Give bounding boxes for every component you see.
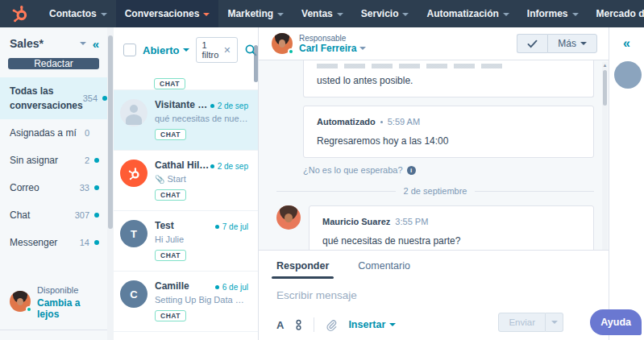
message-author: Automatizado (317, 117, 376, 126)
chevron-down-icon (101, 13, 107, 16)
scroll-up-icon[interactable]: ▲ (602, 63, 608, 68)
owner-avatar (272, 33, 293, 54)
info-icon[interactable]: i (407, 166, 416, 175)
conversation-list-scrollbar-thumb[interactable] (254, 45, 258, 82)
scrollbar-thumb[interactable] (108, 35, 113, 229)
chevron-down-icon (277, 13, 284, 16)
available-status-dot (26, 306, 32, 313)
thread-scrollbar[interactable]: ▲ (602, 62, 608, 250)
more-actions-button[interactable]: Más (547, 34, 597, 53)
channel-tag: CHAT (154, 78, 185, 89)
inbox-sidebar: Sales* « Redactar Todas las conversacion… (0, 27, 107, 340)
conversation-item-partial-top[interactable]: CHAT (114, 71, 258, 90)
unread-dot (94, 240, 99, 245)
date-divider: 2 de septiembre (276, 186, 594, 196)
send-options-caret[interactable] (546, 313, 563, 332)
unread-dot (94, 158, 99, 163)
mark-closed-button[interactable] (517, 34, 547, 53)
chevron-down-icon (402, 13, 409, 16)
channel-tag: CHAT (155, 310, 186, 321)
chevron-down-icon (359, 47, 366, 50)
channel-tag: CHAT (155, 129, 186, 140)
thread-header: Responsable Carl Ferreira Más (259, 27, 609, 60)
visitor-message-card: Mauricio Suarez 3:55 PM qué necesitas de… (309, 205, 594, 250)
view-sin-asignar[interactable]: Sin asignar 2 (0, 147, 107, 174)
contact-avatar-placeholder (614, 61, 642, 89)
user-avatar (10, 291, 31, 312)
hubspot-sprocket-icon (11, 5, 29, 23)
feedback-prompt: ¿No es lo que esperaba? i (303, 165, 594, 175)
view-messenger[interactable]: Messenger 14 (0, 229, 107, 256)
hubspot-bot-avatar (120, 160, 147, 187)
remove-filter-icon[interactable]: ✕ (223, 45, 231, 56)
user-status-section: Disponible Cambia a lejos (0, 276, 107, 330)
view-correo[interactable]: Correo 33 (0, 174, 107, 201)
nav-contactos[interactable]: Contactos (40, 0, 116, 27)
chevron-down-icon (572, 13, 579, 16)
nav-informes[interactable]: Informes (518, 0, 588, 27)
tab-comentario[interactable]: Comentario (358, 260, 410, 279)
nav-ventas[interactable]: Ventas (293, 0, 352, 27)
inbox-settings-row: Configuración de la (0, 330, 107, 340)
help-button[interactable]: Ayuda (590, 309, 642, 335)
thread-actions: Más (517, 34, 597, 53)
inbox-switcher-caret-icon[interactable] (80, 42, 86, 45)
view-asignadas-a-mi[interactable]: Asignadas a mí 0 (0, 119, 107, 147)
tab-responder[interactable]: Responder (276, 260, 329, 279)
chevron-down-icon (203, 13, 210, 16)
unknown-visitor-avatar (120, 99, 147, 126)
conversation-item[interactable]: Cathal Hilliard 2 de sep 📎Start CHAT (114, 151, 258, 211)
composer-toolbar: A Insertar (276, 317, 396, 332)
insert-dropdown[interactable]: Insertar (348, 319, 396, 330)
message-card-partial: usted lo antes posible. (303, 60, 594, 97)
message-input[interactable]: Escribir mensaje (259, 279, 609, 312)
select-all-checkbox[interactable] (123, 44, 136, 56)
view-chat[interactable]: Chat 307 (0, 201, 107, 229)
message-time: 5:59 AM (388, 117, 420, 126)
scrollbar-thumb[interactable] (603, 70, 607, 106)
nav-conversaciones[interactable]: Conversaciones (116, 0, 219, 27)
contact-initial-avatar: C (120, 280, 147, 308)
clipped-text-line (317, 64, 506, 68)
available-status-dot (288, 48, 294, 55)
composer-tabs: Responder Comentario (259, 251, 609, 279)
attach-file-icon[interactable] (326, 319, 337, 331)
unread-dot (94, 213, 99, 218)
filter-chip[interactable]: 1 filtro✕ (196, 37, 238, 63)
inbox-name[interactable]: Sales* (10, 37, 44, 50)
send-button-group: Enviar (498, 313, 563, 332)
check-icon (527, 39, 538, 48)
collapse-sidebar-icon[interactable]: « (93, 38, 99, 50)
view-todas-las-conversaciones[interactable]: Todas las conversaciones 354 (0, 77, 107, 119)
send-button[interactable]: Enviar (498, 313, 546, 332)
toolbar-divider (314, 317, 314, 332)
compose-button[interactable]: Redactar (8, 58, 99, 69)
nav-servicio[interactable]: Servicio (352, 0, 418, 27)
change-availability-link[interactable]: Cambia a lejos (37, 297, 98, 320)
conversation-item[interactable]: Visitante descon... 6 de jul (114, 332, 258, 340)
chevron-down-icon (337, 13, 343, 16)
owner-select[interactable]: Carl Ferreira (299, 43, 366, 54)
unread-dot (215, 285, 219, 289)
nav-marketing[interactable]: Marketing (218, 0, 293, 27)
contact-initial-avatar: T (120, 220, 147, 247)
text-format-icon[interactable]: A (276, 319, 284, 331)
top-nav: Contactos Conversaciones Marketing Venta… (0, 0, 644, 27)
chevron-down-icon (389, 323, 396, 326)
hubspot-conversations-app: Contactos Conversaciones Marketing Venta… (0, 0, 644, 340)
sidebar-scrollbar[interactable] (107, 27, 114, 340)
hubspot-logo[interactable] (0, 0, 40, 27)
conversation-item[interactable]: C Camille 6 de jul Setting Up Big Data C… (114, 272, 258, 332)
contact-panel: « (609, 27, 644, 340)
status-filter-dropdown[interactable]: Abierto (143, 44, 189, 56)
conversation-list: Abierto 1 filtro✕ CHAT Visitante descon.… (114, 27, 259, 340)
nav-mercado-de-materiales[interactable]: Mercado de materiales (588, 0, 644, 27)
collapse-panel-icon[interactable]: « (609, 37, 644, 50)
nav-automatizacion[interactable]: Automatización (418, 0, 517, 27)
visitor-avatar (276, 205, 301, 230)
unread-dot (94, 185, 99, 190)
conversation-item[interactable]: T Test 7 de jul Hi Julie CHAT (114, 211, 258, 272)
snippets-icon[interactable] (295, 319, 302, 331)
conversation-item[interactable]: Visitante descon... 2 de sep qué necesit… (114, 90, 258, 151)
chevron-down-icon (503, 13, 509, 16)
